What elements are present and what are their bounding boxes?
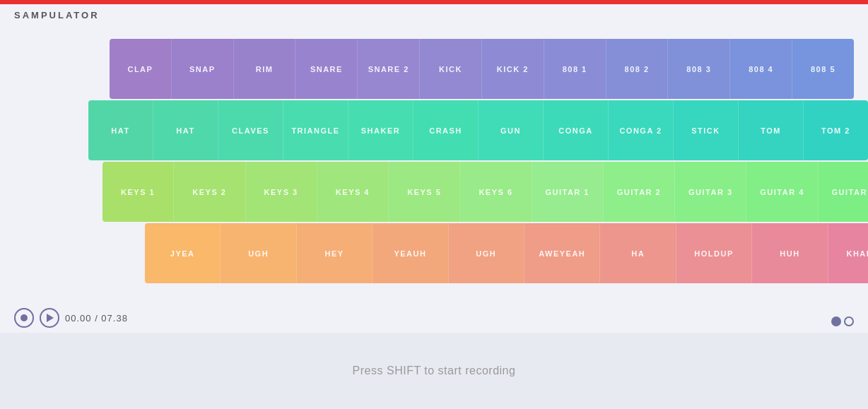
pad-guitar-1[interactable]: GUITAR 1 (532, 162, 604, 222)
pad-keys-5[interactable]: KEYS 5 (389, 162, 460, 222)
page-indicator (831, 316, 854, 326)
play-button[interactable] (40, 308, 59, 328)
pad-guitar-2[interactable]: GUITAR 2 (604, 162, 675, 222)
pad-snare-2[interactable]: SNARE 2 (358, 39, 420, 99)
row-hats: HATHATCLAVESTRIANGLESHAKERCRASHGUNCONGAC… (88, 100, 868, 160)
row-vocals: JYEAUGHHEYYEAUHUGHAWEYEAHHAHOLDUPHUHKHAL… (145, 223, 868, 283)
pad-808-4[interactable]: 808 4 (730, 39, 792, 99)
pad-rim[interactable]: RIM (234, 39, 296, 99)
pad-tom-2[interactable]: TOM 2 (804, 100, 868, 160)
row-keys: KEYS 1KEYS 2KEYS 3KEYS 4KEYS 5KEYS 6GUIT… (102, 162, 868, 222)
pad-keys-1[interactable]: KEYS 1 (102, 162, 174, 222)
pad-808-2[interactable]: 808 2 (606, 39, 669, 99)
pad-808-1[interactable]: 808 1 (544, 39, 606, 99)
play-icon (47, 314, 54, 322)
pad-ugh[interactable]: UGH (221, 223, 296, 283)
bottom-panel: Press SHIFT to start recording (0, 333, 868, 409)
pad-holdup[interactable]: HOLDUP (676, 223, 752, 283)
pad-crash[interactable]: CRASH (414, 100, 479, 160)
pad-guitar-5[interactable]: GUITAR 5 (819, 162, 868, 222)
pad-ugh[interactable]: UGH (449, 223, 524, 283)
pad-hat[interactable]: HAT (153, 100, 218, 160)
pad-kick-2[interactable]: KICK 2 (482, 39, 544, 99)
pad-khaled[interactable]: KHALED (828, 223, 868, 283)
record-button[interactable] (14, 308, 34, 328)
pad-ha[interactable]: HA (600, 223, 676, 283)
pad-guitar-4[interactable]: GUITAR 4 (746, 162, 818, 222)
pad-yeauh[interactable]: YEAUH (373, 223, 448, 283)
pad-kick[interactable]: KICK (420, 39, 482, 99)
page-dot-active (831, 316, 841, 326)
time-display: 00.00 / 07.38 (65, 313, 128, 324)
pad-gun[interactable]: GUN (479, 100, 544, 160)
pad-stick[interactable]: STICK (674, 100, 739, 160)
hint-text: Press SHIFT to start recording (353, 364, 516, 377)
instrument-area: CLAPSNAPRIMSNARESNARE 2KICKKICK 2808 180… (110, 39, 854, 285)
pad-triangle[interactable]: TRIANGLE (283, 100, 348, 160)
record-icon (20, 314, 28, 321)
pad-hat[interactable]: HAT (88, 100, 153, 160)
pad-aweyeah[interactable]: AWEYEAH (524, 223, 600, 283)
page-dot-inactive (844, 316, 854, 326)
pad-keys-6[interactable]: KEYS 6 (460, 162, 532, 222)
pad-guitar-3[interactable]: GUITAR 3 (675, 162, 746, 222)
pad-hey[interactable]: HEY (297, 223, 373, 283)
pad-keys-3[interactable]: KEYS 3 (246, 162, 317, 222)
pad-clap[interactable]: CLAP (110, 39, 172, 99)
pad-claves[interactable]: CLAVES (218, 100, 283, 160)
pad-huh[interactable]: HUH (752, 223, 828, 283)
row-percussion: CLAPSNAPRIMSNARESNARE 2KICKKICK 2808 180… (110, 39, 854, 99)
pad-conga[interactable]: CONGA (544, 100, 609, 160)
pad-808-5[interactable]: 808 5 (792, 39, 854, 99)
pad-808-3[interactable]: 808 3 (668, 39, 730, 99)
pad-shaker[interactable]: SHAKER (348, 100, 414, 160)
top-border (0, 0, 868, 4)
app-title: SAMPULATOR (14, 10, 100, 20)
pad-conga-2[interactable]: CONGA 2 (609, 100, 674, 160)
pad-keys-2[interactable]: KEYS 2 (174, 162, 245, 222)
pad-snap[interactable]: SNAP (172, 39, 234, 99)
pad-snare[interactable]: SNARE (295, 39, 358, 99)
pad-jyea[interactable]: JYEA (145, 223, 221, 283)
transport-controls: 00.00 / 07.38 (14, 308, 128, 328)
pad-keys-4[interactable]: KEYS 4 (317, 162, 389, 222)
pad-tom[interactable]: TOM (739, 100, 804, 160)
